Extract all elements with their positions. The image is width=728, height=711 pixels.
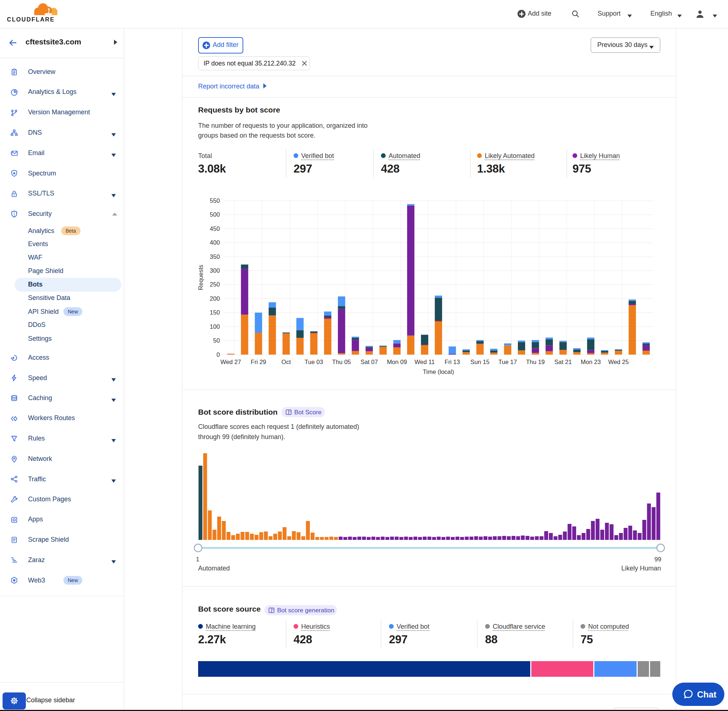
svg-text:150: 150 bbox=[210, 309, 220, 316]
svg-text:Sun 15: Sun 15 bbox=[471, 358, 489, 365]
svg-text:50: 50 bbox=[213, 337, 220, 344]
svg-text:Thu 05: Thu 05 bbox=[332, 358, 351, 365]
svg-text:200: 200 bbox=[210, 295, 220, 302]
svg-text:100: 100 bbox=[210, 323, 220, 330]
svg-text:Tue 17: Tue 17 bbox=[499, 358, 517, 365]
svg-text:Wed 27: Wed 27 bbox=[220, 358, 241, 365]
svg-text:300: 300 bbox=[210, 267, 220, 274]
svg-text:Oct: Oct bbox=[282, 358, 291, 365]
svg-text:Tue 03: Tue 03 bbox=[304, 358, 323, 365]
svg-text:Mon 09: Mon 09 bbox=[387, 358, 407, 365]
svg-text:Requests: Requests bbox=[197, 265, 204, 290]
svg-text:Mon 23: Mon 23 bbox=[581, 358, 601, 365]
svg-text:Thu 19: Thu 19 bbox=[526, 358, 545, 365]
svg-text:500: 500 bbox=[210, 211, 220, 218]
svg-text:Fri 29: Fri 29 bbox=[251, 358, 266, 365]
svg-text:Fri 13: Fri 13 bbox=[444, 358, 460, 365]
svg-text:400: 400 bbox=[210, 239, 220, 246]
svg-text:0: 0 bbox=[216, 351, 220, 358]
svg-text:Sat 07: Sat 07 bbox=[360, 358, 378, 365]
svg-text:450: 450 bbox=[210, 225, 220, 232]
svg-text:Time (local): Time (local) bbox=[423, 369, 454, 375]
svg-text:350: 350 bbox=[210, 254, 220, 260]
svg-text:Wed 25: Wed 25 bbox=[608, 358, 629, 365]
svg-text:250: 250 bbox=[210, 281, 220, 288]
svg-text:Sat 21: Sat 21 bbox=[554, 358, 572, 365]
svg-text:550: 550 bbox=[210, 197, 220, 204]
svg-text:Wed 11: Wed 11 bbox=[415, 358, 434, 365]
